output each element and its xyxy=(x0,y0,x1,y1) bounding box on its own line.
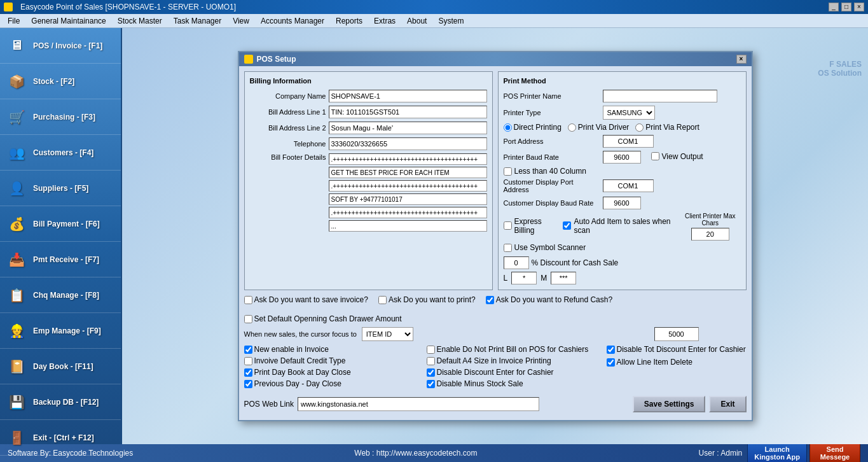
dialog-title: POS Setup xyxy=(257,55,296,64)
menu-file[interactable]: File xyxy=(3,15,25,27)
previous-day-checkbox[interactable]: Previous Day - Day Close xyxy=(244,379,414,388)
sidebar-item-chq-manage[interactable]: 📋 Chq Manage - [F8] xyxy=(0,277,121,313)
company-name-input[interactable] xyxy=(329,90,487,102)
previous-day-label: Previous Day - Day Close xyxy=(254,379,341,388)
bill-address1-input[interactable] xyxy=(329,106,487,118)
printer-type-select[interactable]: SAMSUNG EPSON CUSTOM xyxy=(603,106,655,120)
title-bar: Easycode Point of Sales [SHOPNSAVE-1 - S… xyxy=(0,0,868,14)
printer-baud-rate-input[interactable] xyxy=(603,151,641,164)
invoice-default-credit-checkbox[interactable]: Invoive Default Credit Type xyxy=(244,356,414,365)
pos-printer-name-input[interactable] xyxy=(603,90,717,102)
sidebar-label-backup-db: Backup DB - [F12] xyxy=(33,398,99,407)
sidebar-item-suppliers[interactable]: 👤 Suppliers - [F5] xyxy=(0,171,121,206)
menu-task[interactable]: Task Manager xyxy=(169,15,226,27)
ask-save-checkbox[interactable]: Ask Do you want to save invoice? xyxy=(244,295,368,304)
app-icon xyxy=(4,3,13,11)
menu-extras[interactable]: Extras xyxy=(369,15,401,27)
footer-line-2-input[interactable] xyxy=(329,167,487,178)
print-via-driver-radio[interactable]: Print Via Driver xyxy=(568,123,629,132)
menu-system[interactable]: System xyxy=(433,15,469,27)
set-default-checkbox[interactable]: Set Default Openning Cash Drawer Amount xyxy=(244,314,402,323)
new-enable-checkbox[interactable]: New enable in Invoice xyxy=(244,345,414,354)
exit-button[interactable]: Exit xyxy=(709,396,746,412)
menu-reports[interactable]: Reports xyxy=(331,15,368,27)
sidebar-item-day-book[interactable]: 📔 Day Book - [F11] xyxy=(0,349,121,384)
pos-web-label: POS Web Link xyxy=(244,400,294,409)
customer-display-baud-input[interactable] xyxy=(603,197,641,209)
cursor-focus-select[interactable]: ITEM ID BARCODE QTY xyxy=(362,327,413,341)
print-via-report-radio[interactable]: Print Via Report xyxy=(635,123,699,132)
footer-line-6-input[interactable] xyxy=(329,220,487,232)
use-symbol-row[interactable]: Use Symbol Scanner xyxy=(504,243,586,252)
save-settings-button[interactable]: Save Settings xyxy=(633,396,706,412)
menu-view[interactable]: View xyxy=(228,15,254,27)
use-symbol-checkbox[interactable] xyxy=(504,244,512,252)
disable-minus-stock-checkbox[interactable]: Disable Minus Stock Sale xyxy=(427,379,596,388)
window-controls[interactable]: _ □ × xyxy=(829,3,864,11)
statusbar-right: User : Admin LaunchKingston App SendMess… xyxy=(699,442,860,462)
direct-printing-radio[interactable]: Direct Printing xyxy=(504,123,561,132)
less-than-40-checkbox[interactable] xyxy=(504,167,512,176)
disable-minus-stock-label: Disable Minus Stock Sale xyxy=(437,379,523,388)
sidebar-item-pos[interactable]: 🖥 POS / Invoice - [F1] xyxy=(0,28,121,64)
sidebar-item-purchasing[interactable]: 🛒 Purchasing - [F3] xyxy=(0,99,121,135)
dialog-close-button[interactable]: × xyxy=(736,55,747,64)
menu-about[interactable]: About xyxy=(402,15,432,27)
customer-display-port-input[interactable] xyxy=(603,179,654,192)
disable-discount-checkbox[interactable]: Disable Discount Enter for Cashier xyxy=(427,368,596,377)
sidebar-item-backup-db[interactable]: 💾 Backup DB - [F12] xyxy=(0,384,121,420)
sidebar-item-emp-manage[interactable]: 👷 Emp Manage - [F9] xyxy=(0,313,121,349)
printer-baud-rate-label: Printer Baud Rate xyxy=(504,153,599,161)
ask-refund-checkbox[interactable]: Ask Do you want to Refund Cash? xyxy=(486,295,612,304)
port-address-input[interactable] xyxy=(603,135,654,148)
print-day-book-checkbox[interactable]: Print Day Book at Day Close xyxy=(244,368,414,377)
default-a4-checkbox[interactable]: Default A4 Size in Invoice Printing xyxy=(427,356,596,365)
view-output-checkbox[interactable]: View Output xyxy=(651,152,703,161)
enable-do-not-print-checkbox[interactable]: Enable Do Not Print Bill on POS for Cash… xyxy=(427,345,596,354)
sidebar-label-customers: Customers - [F4] xyxy=(33,148,93,157)
allow-line-item-checkbox[interactable]: Allow Line Item Delete xyxy=(607,358,747,367)
auto-add-row[interactable]: Auto Add Item to sales when scan xyxy=(563,217,673,235)
maximize-button[interactable]: □ xyxy=(841,3,851,11)
emp-manage-icon: 👷 xyxy=(6,321,27,341)
options-grid: New enable in Invoice Enable Do Not Prin… xyxy=(244,345,596,388)
sidebar-label-suppliers: Suppliers - [F5] xyxy=(33,184,88,193)
menu-general[interactable]: General Maintainance xyxy=(26,15,111,27)
ask-print-checkbox[interactable]: Ask Do you want to print? xyxy=(378,295,476,304)
footer-line-3-input[interactable] xyxy=(329,180,487,192)
sidebar-label-emp-manage: Emp Manage - [F9] xyxy=(33,326,101,335)
m-input[interactable] xyxy=(551,272,576,284)
bill-address2-input[interactable] xyxy=(329,122,487,134)
dialog-controls[interactable]: × xyxy=(736,55,747,64)
suppliers-icon: 👤 xyxy=(6,178,27,199)
express-billing-row[interactable]: Express Billing xyxy=(504,217,557,235)
menu-accounts[interactable]: Accounts Manager xyxy=(256,15,329,27)
footer-line-1-input[interactable] xyxy=(329,153,487,165)
discount-input[interactable] xyxy=(504,256,529,269)
menu-stock[interactable]: Stock Master xyxy=(113,15,167,27)
sidebar-item-customers[interactable]: 👥 Customers - [F4] xyxy=(0,135,121,171)
minimize-button[interactable]: _ xyxy=(829,3,839,11)
cash-amount-input[interactable] xyxy=(654,327,699,341)
bill-address1-row: Bill Address Line 1 xyxy=(250,106,487,118)
sidebar-item-stock[interactable]: 📦 Stock - [F2] xyxy=(0,64,121,99)
sidebar-item-bill-payment[interactable]: 💰 Bill Payment - [F6] xyxy=(0,206,121,242)
footer-line-4-input[interactable] xyxy=(329,193,487,205)
auto-add-checkbox[interactable] xyxy=(563,221,571,230)
port-address-label: Port Address xyxy=(504,137,599,145)
customers-icon: 👥 xyxy=(6,143,27,163)
send-message-button[interactable]: SendMessege xyxy=(809,442,860,462)
client-printer-input[interactable] xyxy=(691,228,729,241)
close-button[interactable]: × xyxy=(854,3,864,11)
footer-line-5-input[interactable] xyxy=(329,207,487,218)
express-billing-checkbox[interactable] xyxy=(504,221,512,230)
company-name-row: Company Name xyxy=(250,90,487,102)
less-than-40-row[interactable]: Less than 40 Column xyxy=(504,167,741,176)
pos-web-input[interactable] xyxy=(298,397,539,411)
telephone-input[interactable] xyxy=(329,137,487,150)
sidebar-item-pmt-receive[interactable]: 📥 Pmt Receive - [F7] xyxy=(0,242,121,277)
direct-printing-label: Direct Printing xyxy=(514,123,561,132)
l-input[interactable] xyxy=(511,272,537,284)
disable-tot-discount-checkbox[interactable]: Disable Tot Discount Enter for Cashier xyxy=(607,345,747,354)
launch-kingston-button[interactable]: LaunchKingston App xyxy=(747,442,807,462)
